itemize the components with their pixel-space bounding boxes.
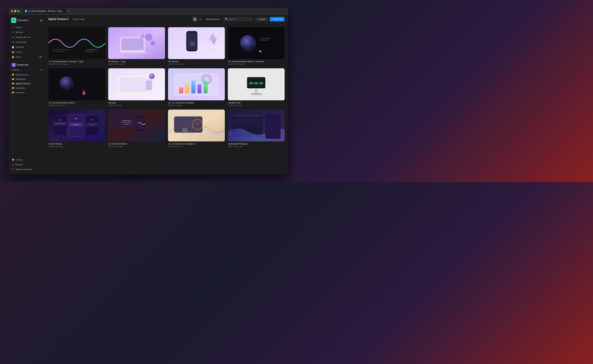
tab-favicon: [25, 10, 27, 12]
sidebar-item-archive[interactable]: 📦 Archive: [10, 157, 44, 162]
sidebar-item-wallpapers[interactable]: 📁 Wallpapers: [10, 77, 44, 81]
file-card-2[interactable]: 3D Mockup - Copy Edited 8 hours ago: [108, 27, 165, 65]
file-card-12[interactable]: Dashboard Prototype Edited 3 days ago: [228, 110, 285, 148]
card-title: Screen Resize: [49, 143, 105, 145]
svg-rect-4: [85, 51, 94, 52]
view-toggle: ▦ ☰: [193, 17, 203, 22]
sidebar-item-label: My files: [16, 31, 23, 33]
import-button[interactable]: ↑ Import: [255, 17, 268, 21]
import-icon: ↑: [257, 18, 258, 20]
sidebar-item-my-files[interactable]: ✎ My files: [10, 30, 44, 35]
file-card-10[interactable]: Building 3D Sites with Production-Ready …: [108, 110, 165, 148]
card-thumbnail-9: Free Create account $25 Subscribe $30 Su…: [48, 110, 105, 142]
list-view-button[interactable]: ☰: [198, 17, 203, 22]
svg-rect-44: [185, 83, 189, 93]
card-subtitle: Edited 2 days ago: [49, 145, 105, 147]
svg-rect-1: [52, 49, 68, 50]
project-label: Spline course: [15, 73, 29, 76]
sidebar-item-inspiration[interactable]: 📁 Inspiration: [10, 86, 44, 90]
user-profile[interactable]: D Sourasith P ⚡: [9, 17, 45, 25]
card-thumbnail-2: [108, 27, 165, 59]
add-project-button[interactable]: +: [40, 68, 42, 72]
svg-rect-74: [137, 118, 144, 130]
card-subtitle: Edited 19 hours ago: [228, 63, 284, 65]
project-label: Wallpapers: [15, 78, 26, 80]
file-grid: 13. Scroll Interaction -Exercise - Copy …: [45, 24, 288, 174]
svg-point-10: [150, 41, 155, 46]
card-subtitle: Edited 2 days ago: [228, 104, 284, 106]
folder-icon: 📁: [12, 73, 14, 76]
file-card-6[interactable]: Mockup Edited 1 day ago: [108, 68, 165, 107]
new-file-button[interactable]: + New File: [270, 17, 285, 21]
svg-text:Create account: Create account: [55, 123, 65, 124]
sidebar-item-library[interactable]: 📚 Library: [10, 50, 44, 54]
workspace-selector[interactable]: D DesignCode ⌄: [10, 63, 44, 67]
card-subtitle: Edited 3 days ago: [168, 145, 225, 147]
active-tab[interactable]: 13. Scroll Interaction - Exercise - Copy…: [23, 9, 66, 13]
card-info-1: 13. Scroll Interaction -Exercise - Copy …: [48, 60, 105, 65]
card-title: 13. Scroll Interaction: [108, 143, 165, 145]
sidebar-item-inbox[interactable]: 🔔 Inbox 1: [10, 55, 44, 59]
sidebar-item-spline-course-2[interactable]: 📁 Spline Course 2: [10, 81, 44, 86]
sidebar-item-updates[interactable]: ↻ Updates: [10, 162, 44, 167]
tab-close-button[interactable]: ✕: [63, 10, 64, 12]
close-button[interactable]: [11, 10, 13, 12]
sidebar-item-tutorials[interactable]: 📋 Tutorials: [10, 45, 44, 50]
sidebar-item-spline-course[interactable]: 📁 Spline course: [10, 72, 44, 77]
svg-point-9: [145, 33, 152, 41]
file-card-7[interactable]: 12. UI. Charts and Variables Edited 1 da…: [168, 68, 225, 107]
file-card-4[interactable]: 13. Scroll Interaction Demo 2 - Exercise…: [228, 27, 285, 65]
sidebar-bottom: 📦 Archive ↻ Updates ❓ Help & Feedback: [9, 156, 45, 172]
svg-rect-84: [233, 117, 245, 126]
card-title: 13. Scroll Interaction -Exercise - Copy: [49, 60, 105, 63]
card-title: 3D Mockup - Copy: [108, 60, 165, 63]
card-thumbnail-12: [228, 110, 285, 142]
svg-point-32: [82, 92, 85, 95]
file-card-11[interactable]: 12% CREDIT 343.00: [168, 110, 225, 148]
card-subtitle: Edited 29 seconds ago: [49, 63, 105, 65]
file-card-9[interactable]: Free Create account $25 Subscribe $30 Su…: [48, 110, 105, 148]
library-icon: 📚: [12, 51, 14, 53]
sort-dropdown[interactable]: Most Recent ▾: [205, 17, 221, 21]
card-thumbnail-8: 00:00:00: [228, 68, 285, 100]
new-tab-button[interactable]: +: [67, 9, 71, 13]
file-card-1[interactable]: 13. Scroll Interaction -Exercise - Copy …: [48, 27, 105, 65]
sidebar-item-community[interactable]: ⊕ Community: [10, 40, 44, 45]
svg-text:Building 3D Sites: Building 3D Sites: [122, 120, 131, 121]
search-input[interactable]: [229, 18, 251, 20]
svg-point-48: [201, 74, 211, 84]
svg-rect-3: [85, 49, 97, 50]
card-title: 3D Mockup: [168, 60, 225, 63]
card-title: Dashboard Prototype: [228, 143, 284, 145]
sidebar-item-iterations[interactable]: 📁 Iterations: [10, 90, 44, 95]
sidebar-item-shared[interactable]: ◎ Shared with me: [10, 35, 44, 39]
file-card-8[interactable]: 00:00:00 Variable Time Edited 2 days ago: [228, 68, 285, 107]
card-info-10: 13. Scroll Interaction Edited 2 days ago: [108, 143, 165, 148]
new-folder-button[interactable]: + New Folder: [70, 17, 87, 21]
svg-rect-43: [179, 87, 183, 93]
sidebar-item-help[interactable]: ❓ Help & Feedback: [10, 167, 44, 172]
grid-view-button[interactable]: ▦: [193, 17, 197, 22]
file-card-3[interactable]: iPhone Mockups 3D Mockup Edited 9 hours …: [168, 27, 225, 65]
card-thumbnail-4: [228, 27, 285, 59]
fullscreen-button[interactable]: [17, 10, 20, 12]
sidebar-item-home[interactable]: ⌂ Home: [10, 25, 44, 30]
folder-icon: 📁: [12, 82, 14, 85]
card-thumbnail-11: 12% CREDIT 343.00: [168, 110, 225, 142]
minimize-button[interactable]: [14, 10, 16, 12]
svg-point-54: [250, 93, 262, 95]
svg-point-40: [149, 73, 154, 79]
svg-rect-36: [119, 77, 146, 92]
bottom-label: Help & Feedback: [16, 168, 32, 171]
workspace-avatar: D: [12, 63, 16, 67]
refresh-icon: ↻: [12, 163, 13, 166]
svg-rect-7: [121, 38, 144, 50]
svg-text:CREDIT: CREDIT: [182, 128, 188, 130]
bottom-label: Updates: [15, 163, 23, 166]
svg-rect-85: [246, 117, 261, 126]
inbox-badge: 1: [39, 56, 42, 58]
archive-icon: 📦: [12, 159, 14, 161]
new-folder-label: + New Folder: [72, 18, 85, 20]
app-window: 13. Scroll Interaction - Exercise - Copy…: [9, 8, 288, 174]
file-card-5[interactable]: 13. Scroll Interaction Demo 2 Edited 19 …: [48, 68, 105, 107]
